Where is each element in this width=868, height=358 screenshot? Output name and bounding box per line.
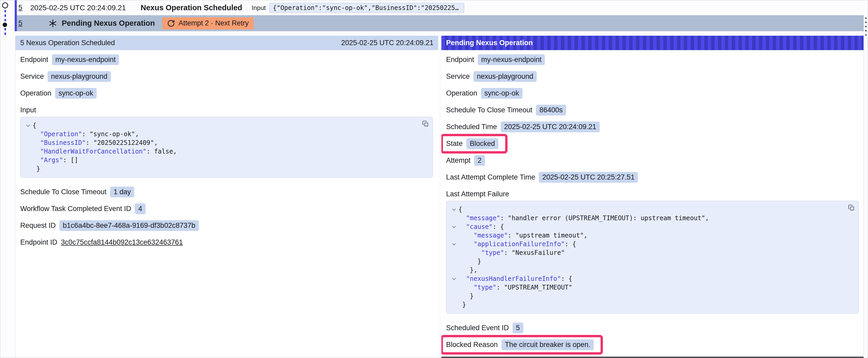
collapse-chevron-icon[interactable] [450,274,459,283]
code-text: } [33,165,40,173]
field-value-chip: Blocked [466,138,498,149]
field-label: Endpoint ID [20,238,57,247]
collapse-chevron-icon[interactable] [450,240,459,249]
collapse-chevron-icon[interactable] [450,223,459,231]
field-value-chip: my-nexus-endpoint [52,54,119,65]
code-line: } [24,165,417,173]
field-label: Service [446,72,470,80]
code-text: "nexusHandlerFailureInfo": { [459,274,572,283]
event-row-pending-nexus-operation[interactable]: 5 Pending Nexus Operation Attempt 2 · Ne… [17,15,864,31]
event-id-link[interactable]: 5 [19,19,22,27]
timeline-start-circle-icon [2,2,8,8]
field-row-endpoint-id: Endpoint ID3c0c75ccfa8144b092c13ce632463… [20,237,433,248]
input-preview-chip: {"Operation":"sync-op-ok","BusinessID":"… [269,3,464,13]
collapse-chevron-icon[interactable] [450,205,459,214]
code-gutter-spacer [450,231,459,240]
code-text: "Operation": "sync-op-ok", [33,130,139,138]
scrollbar-dot [865,22,867,23]
field-row-endpoint: Endpointmy-nexus-endpoint [20,54,433,65]
code-line: "type": "UPSTREAM_TIMEOUT" [450,283,843,292]
field-row-operation: Operationsync-op-ok [20,88,433,98]
code-line: "BusinessID": "20250225122409", [24,138,417,147]
field-label: Last Attempt Complete Time [446,173,535,182]
field-value-chip: 2 [474,155,485,166]
code-text: } [459,300,466,309]
code-gutter-spacer [450,257,459,266]
code-line: { [450,205,843,214]
field-label: Scheduled Event ID [446,324,509,332]
code-text: "applicationFailureInfo": { [459,240,576,249]
field-row-service: Servicenexus-playground [446,71,859,82]
code-gutter-spacer [24,130,33,138]
timeline-event-dot-icon [3,23,7,27]
field-value-chip: 1 day [110,187,134,197]
code-line: "cause": { [450,223,843,231]
copy-button[interactable] [848,204,855,211]
collapse-chevron-icon[interactable] [24,121,33,130]
field-row-scheduled-time: Scheduled Time2025-02-25 UTC 20:24:09.21 [446,122,859,132]
timeline-dashed-connector [4,10,6,22]
field-label-last-attempt-failure: Last Attempt Failure [446,189,859,199]
field-label: Service [20,72,44,80]
field-label: Endpoint [20,56,48,64]
code-text: "cause": { [459,223,504,231]
event-row-nexus-operation-scheduled[interactable]: 5 2025-02-25 UTC 20:24:09.21 Nexus Opera… [17,0,864,15]
field-value-chip: sync-op-ok [481,88,523,99]
event-id-link[interactable]: 5 [19,4,22,12]
field-row-scheduled-event-id: Scheduled Event ID5 [446,323,859,333]
selected-event-indicator [15,0,17,31]
field-row-schedule-to-close-timeout: Schedule To Close Timeout1 day [20,187,433,197]
annotation-highlight-box: StateBlocked [441,134,507,154]
field-label: State [446,140,463,148]
pending-operation-header-title: Pending Nexus Operation [446,39,533,47]
retry-badge-label: Attempt 2 · Next Retry [179,19,249,27]
field-row-request-id: Request IDb1c6a4bc-8ee7-468a-9169-df3b02… [20,220,433,231]
scrollbar-dot [865,17,867,19]
code-line: "Operation": "sync-op-ok", [24,130,417,138]
code-gutter-spacer [24,156,33,165]
field-label: Schedule To Close Timeout [446,106,532,114]
field-label: Workflow Task Completed Event ID [20,205,131,213]
code-gutter-spacer [24,165,33,173]
field-value-chip: b1c6a4bc-8ee7-468a-9169-df3b02c8737b [59,220,198,231]
code-line: }, [450,266,843,274]
event-timestamp: 2025-02-25 UTC 20:24:09.21 [30,4,126,12]
field-row-state: StateBlocked [446,138,859,149]
field-label-input: Input [20,105,433,115]
field-value-chip: 2025-02-25 UTC 20:25:27.51 [539,172,638,183]
field-value-chip: my-nexus-endpoint [478,54,545,65]
pending-operation-panel: Pending Nexus Operation Endpointmy-nexus… [441,36,864,358]
scrollbar[interactable] [864,15,868,358]
pending-operation-header: Pending Nexus Operation [441,36,864,50]
code-text: "type": "NexusFailure" [459,249,565,257]
annotation-highlight-box: Blocked ReasonThe circuit breaker is ope… [441,335,603,355]
code-line: } [450,300,843,309]
code-gutter-spacer [450,300,459,309]
code-gutter-spacer [24,147,33,156]
field-row-service: Servicenexus-playground [20,71,433,82]
field-value-chip: 86400s [536,105,566,116]
field-row-attempt: Attempt2 [446,155,859,166]
field-value-link[interactable]: 3c0c75ccfa8144b092c13ce632463761 [61,238,183,247]
input-label: Input [252,4,266,11]
code-gutter-spacer [450,249,459,257]
code-line: "message": "handler error (UPSTREAM_TIME… [450,214,843,223]
event-detail-header: 5 Nexus Operation Scheduled 2025-02-25 U… [16,36,438,50]
code-block-input: { "Operation": "sync-op-ok", "BusinessID… [20,117,433,178]
field-value-chip: nexus-playground [473,71,537,82]
code-text: "Args": [] [33,156,78,165]
event-detail-header-timestamp: 2025-02-25 UTC 20:24:09.21 [341,39,433,47]
event-history-view: 5 2025-02-25 UTC 20:24:09.21 Nexus Opera… [0,0,868,358]
field-row-last-attempt-complete-time: Last Attempt Complete Time2025-02-25 UTC… [446,172,859,183]
field-value-chip: The circuit breaker is open. [501,339,594,350]
code-text: "HandlerWaitForCancellation": false, [33,147,177,156]
code-gutter-spacer [450,266,459,274]
field-row-blocked-reason: Blocked ReasonThe circuit breaker is ope… [446,339,859,350]
pending-operation-body: Endpointmy-nexus-endpointServicenexus-pl… [441,50,864,350]
field-label: Attempt [446,156,470,165]
field-row-endpoint: Endpointmy-nexus-endpoint [446,54,859,65]
field-label: Operation [20,89,52,97]
copy-button[interactable] [422,120,429,127]
retry-icon [167,20,175,27]
code-gutter-spacer [450,214,459,223]
